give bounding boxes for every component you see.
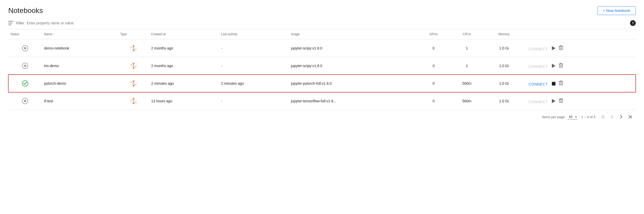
help-icon[interactable]: ? <box>630 20 636 26</box>
trash-icon <box>559 98 563 103</box>
connect-button[interactable]: CONNECT <box>526 63 550 70</box>
svg-rect-24 <box>559 82 562 85</box>
name-cell: demo-notebook <box>42 39 118 57</box>
start-button[interactable] <box>550 45 557 52</box>
pagination-nav <box>599 114 634 120</box>
items-per-page-select[interactable]: 10 20 50 <box>568 114 577 119</box>
image-cell: jupyter-scipy:v1.8.0 <box>289 57 418 75</box>
created-cell: 2 minutes ago <box>149 75 219 92</box>
first-page-button[interactable] <box>599 114 607 120</box>
svg-point-28 <box>133 98 135 99</box>
table-row: pytorch-demo 2 minutes ago2 minutes agoj… <box>8 75 636 92</box>
status-cell <box>8 39 42 57</box>
stopped-circle <box>22 63 28 69</box>
delete-button[interactable] <box>557 79 565 87</box>
cpus-cell: 1 <box>450 39 484 57</box>
running-circle <box>22 80 28 87</box>
memory-cell: 1.0 Gi <box>484 92 524 110</box>
connect-button[interactable]: CONNECT <box>526 81 550 88</box>
col-status: Status <box>8 29 42 39</box>
col-name: Name ↑ <box>42 29 118 39</box>
next-page-button[interactable] <box>617 114 625 120</box>
trash-icon <box>559 80 563 85</box>
items-per-page: Items per page: 10 20 50 <box>542 114 577 119</box>
delete-button[interactable] <box>557 61 565 69</box>
table-header-row: Status Name ↑ Type Created at Last activ… <box>8 29 636 39</box>
status-stopped-icon <box>10 63 40 69</box>
svg-point-5 <box>133 50 135 51</box>
svg-point-22 <box>131 82 132 83</box>
status-stopped-icon <box>10 45 40 51</box>
type-cell <box>118 39 149 57</box>
stopped-circle <box>22 45 28 51</box>
items-per-page-select-wrapper: 10 20 50 <box>568 114 577 119</box>
stopped-square <box>24 100 26 102</box>
svg-rect-16 <box>559 64 562 67</box>
image-cell: jupyter-scipy:v1.8.0 <box>289 39 418 57</box>
start-button[interactable] <box>550 97 557 105</box>
svg-point-13 <box>133 67 135 69</box>
image-cell: jupyter-pytorch-full:v1.8.0 <box>289 75 418 92</box>
svg-point-30 <box>131 99 132 101</box>
gpus-cell: 0 <box>418 57 450 75</box>
trash-icon <box>559 45 563 50</box>
name-cell: pytorch-demo <box>42 75 118 92</box>
svg-point-21 <box>133 85 135 86</box>
prev-page-button[interactable] <box>608 114 616 120</box>
svg-rect-0 <box>8 21 13 22</box>
items-per-page-label: Items per page: <box>542 115 565 119</box>
delete-button[interactable] <box>557 96 565 105</box>
col-type: Type <box>118 29 149 39</box>
stopped-circle <box>22 98 28 104</box>
connect-button[interactable]: CONNECT <box>526 45 550 53</box>
name-cell: tf-test <box>42 92 118 110</box>
memory-cell: 1.0 Gi <box>484 39 524 57</box>
new-notebook-button[interactable]: + New Notebook <box>597 6 636 15</box>
svg-rect-8 <box>559 46 562 50</box>
svg-point-12 <box>133 63 135 64</box>
svg-point-4 <box>133 45 135 47</box>
start-button[interactable] <box>550 62 557 69</box>
status-cell <box>8 57 42 75</box>
delete-button[interactable] <box>557 44 565 52</box>
filter-label: Filter <box>16 21 24 25</box>
gpus-cell: 0 <box>418 92 450 110</box>
cpus-cell: 1 <box>450 57 484 75</box>
status-cell <box>8 92 42 110</box>
stop-icon <box>552 82 555 85</box>
svg-point-20 <box>133 81 135 82</box>
svg-rect-1 <box>8 23 12 23</box>
col-created: Created at <box>149 29 219 39</box>
col-activity: Last activity <box>219 29 289 39</box>
svg-point-7 <box>135 48 136 49</box>
stop-button[interactable] <box>550 80 557 87</box>
col-cpus: CPUs <box>450 29 484 39</box>
page-title: Notebooks <box>8 6 43 15</box>
trash-icon <box>559 63 563 68</box>
cpus-cell: 500m <box>450 92 484 110</box>
actions-cell: CONNECT <box>524 57 636 75</box>
connect-button[interactable]: CONNECT <box>526 98 550 105</box>
gpus-cell: 0 <box>418 75 450 92</box>
type-cell <box>118 92 149 110</box>
jupyter-icon <box>120 80 147 87</box>
col-image: Image <box>289 29 418 39</box>
last-page-button[interactable] <box>626 114 634 120</box>
svg-point-14 <box>131 64 132 65</box>
actions-cell: CONNECT <box>524 75 636 92</box>
filter-input[interactable] <box>27 21 627 25</box>
notebooks-table: Status Name ↑ Type Created at Last activ… <box>8 29 636 110</box>
created-cell: 2 months ago <box>149 39 219 57</box>
svg-rect-32 <box>559 99 562 103</box>
jupyter-icon <box>120 97 147 105</box>
svg-point-15 <box>135 66 136 67</box>
svg-point-31 <box>135 101 136 102</box>
activity-cell: 2 minutes ago <box>219 75 289 92</box>
col-memory: Memory <box>484 29 524 39</box>
image-cell: jupyter-tensorflow-full:v1.8... <box>289 92 418 110</box>
play-icon <box>552 64 555 68</box>
table-row: demo-notebook 2 months ago-jupyter-scipy… <box>8 39 636 57</box>
stopped-square <box>24 65 26 67</box>
filter-bar: Filter ? <box>8 20 636 29</box>
status-cell <box>8 75 42 92</box>
